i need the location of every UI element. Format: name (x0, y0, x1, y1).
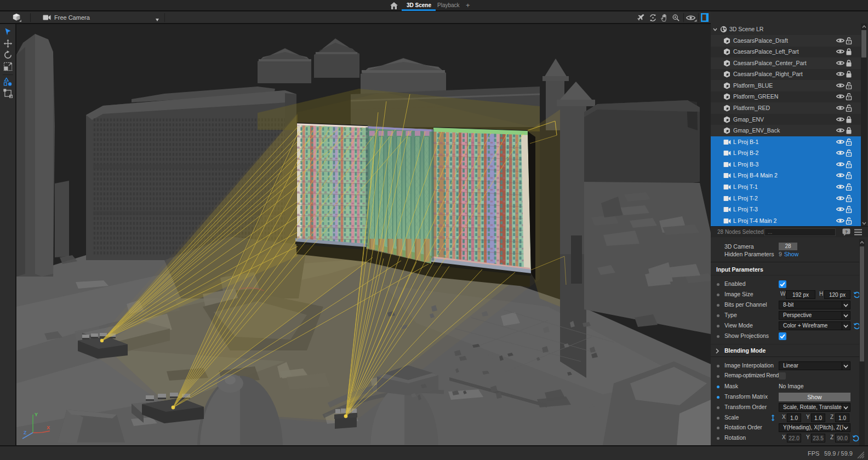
svg-text:X: X (47, 425, 50, 430)
svg-text:?: ? (845, 229, 848, 234)
svg-text:Z: Z (24, 430, 27, 435)
svg-text:Y: Y (35, 412, 38, 417)
